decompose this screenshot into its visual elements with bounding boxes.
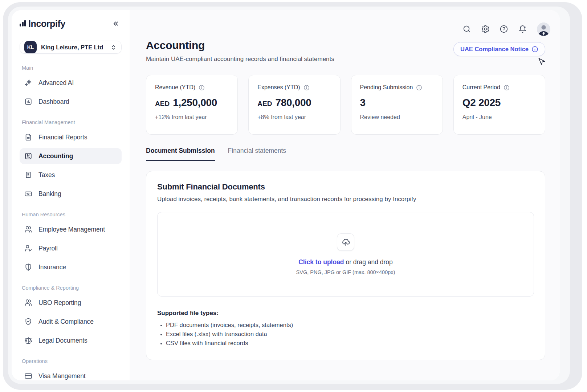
nav-section-label: Main [22,65,119,71]
sidebar-item-visa-mangement[interactable]: Visa Mangement [20,368,122,380]
badge-label: UAE Compliance Notice [460,46,529,53]
upload-button[interactable] [337,233,354,251]
page-title: Accounting [146,39,334,51]
nav-section-label: Human Resources [22,212,119,217]
submit-card-subtitle: Upload invoices, receipts, bank statemen… [157,196,534,203]
settings-icon [481,25,490,33]
search-button[interactable] [462,25,471,33]
sidebar-item-banking[interactable]: Banking [20,186,122,202]
stat-label: Current Period [462,84,500,91]
sidebar-item-audit-compliance[interactable]: Audit & Compliance [20,314,122,330]
cloud-upload-icon [341,238,350,247]
company-name: King Leisure, PTE Ltd [41,44,106,51]
stat-subtext: April - June [462,114,536,121]
supported-file-types: Supported file types: PDF documents (inv… [157,310,534,347]
sidebar-item-legal-documents[interactable]: Legal Documents [20,332,122,348]
nav-section-label: Compliance & Reporting [22,285,119,291]
stat-card-revenue-ytd: Revenue (YTD)AED1,250,000+12% from last … [146,75,238,135]
settings-button[interactable] [481,25,490,33]
sidebar-item-label: Visa Mangement [38,372,86,380]
info-icon[interactable] [504,85,510,91]
stat-subtext: Review needed [360,114,434,121]
sidebar-item-ubo-reporting[interactable]: UBO Reporting [20,295,122,311]
tabs: Document SubmissionFinancial statements [146,147,545,161]
stats-row: Revenue (YTD)AED1,250,000+12% from last … [146,75,545,135]
sidebar-item-label: Banking [38,190,61,198]
page-subtitle: Maintain UAE-compliant accounting record… [146,56,334,63]
notifications-button[interactable] [518,25,527,34]
page-header: Accounting Maintain UAE-compliant accoun… [146,39,545,63]
chart-square-icon [24,98,32,106]
tab-document-submission[interactable]: Document Submission [146,147,215,161]
chevrons-left-icon [111,20,119,28]
sidebar-collapse-button[interactable] [109,17,122,30]
sidebar-item-label: Legal Documents [38,337,87,344]
stat-card-expenses-ytd: Expenses (YTD)AED780,000+8% from last ye… [248,75,340,135]
scale-icon [24,336,32,344]
user-avatar[interactable] [537,23,550,36]
sidebar-item-employee-management[interactable]: Employee Management [20,221,122,237]
chevrons-up-down-icon [110,44,117,51]
sidebar-item-taxes[interactable]: Taxes [20,167,122,183]
file-text-icon [24,133,32,141]
user-check-icon [24,244,32,252]
sidebar-item-label: Advanced AI [38,79,74,87]
stat-subtext: +12% from last year [155,114,229,121]
sidebar-item-dashboard[interactable]: Dashboard [20,94,122,110]
upload-cta: Click to upload or drag and drop [298,258,393,266]
click-to-upload-link[interactable]: Click to upload [298,258,344,266]
sidebar-item-advanced-ai[interactable]: Advanced AI [20,75,122,91]
brand-name: Incorpify [28,19,65,28]
submit-documents-card: Submit Financial Documents Upload invoic… [146,171,545,360]
nav-section-label: Operations [22,358,119,364]
calc-square-icon [24,152,32,160]
notifications-icon [518,25,527,34]
company-selector[interactable]: KL King Leisure, PTE Ltd [20,41,122,54]
sidebar-item-label: Insurance [38,264,66,271]
upload-dropzone[interactable]: Click to upload or drag and drop SVG, PN… [157,212,534,297]
shield-check-icon [24,318,32,326]
sidebar-item-financial-reports[interactable]: Financial Reports [20,129,122,145]
info-icon[interactable] [303,85,310,91]
stat-label: Pending Submission [360,84,413,91]
brand-logo: Incorpify [20,19,65,28]
sidebar-item-label: Taxes [38,171,55,179]
sidebar-item-insurance[interactable]: Insurance [20,259,122,275]
company-avatar: KL [24,41,37,53]
topbar [146,10,550,34]
sidebar-item-payroll[interactable]: Payroll [20,240,122,256]
stat-label: Expenses (YTD) [257,84,300,91]
sidebar-item-label: Employee Management [38,226,105,233]
stat-value: 780,000 [275,97,311,109]
banknote-icon [24,190,32,198]
info-icon[interactable] [199,85,205,91]
stat-value: 1,250,000 [173,97,217,109]
sparkles-icon [24,79,32,87]
stat-card-current-period: Current PeriodQ2 2025April - June [453,75,545,135]
receipt-icon [24,171,32,179]
nav-section-label: Financial Management [22,119,119,125]
sidebar-item-label: Audit & Compliance [38,318,94,326]
upload-hint: SVG, PNG, JPG or GIF (max. 800×400px) [296,269,395,275]
tab-financial-statements[interactable]: Financial statements [228,147,286,161]
stat-value: 3 [360,97,366,109]
supported-file-type: Excel files (.xlsx) with transaction dat… [166,331,534,338]
uae-compliance-notice-button[interactable]: UAE Compliance Notice [453,42,545,56]
sidebar-item-accounting[interactable]: Accounting [20,148,122,164]
help-icon [500,25,508,33]
main-content: Accounting Maintain UAE-compliant accoun… [130,10,560,380]
sidebar-nav: MainAdvanced AIDashboardFinancial Manage… [20,55,122,380]
stat-currency: AED [155,100,170,108]
sidebar-item-label: Accounting [38,152,73,160]
shield-icon [24,263,32,271]
users-icon [24,225,32,233]
help-button[interactable] [500,25,508,33]
info-icon[interactable] [416,85,422,91]
stat-subtext: +8% from last year [257,114,331,121]
app-window: Incorpify KL King Leisure, PTE Ltd MainA… [12,10,560,380]
info-icon [531,46,538,53]
search-icon [462,25,471,33]
sidebar-item-label: Financial Reports [38,134,87,141]
stat-card-pending-submission: Pending Submission3Review needed [351,75,443,135]
stat-value: Q2 2025 [462,97,501,109]
